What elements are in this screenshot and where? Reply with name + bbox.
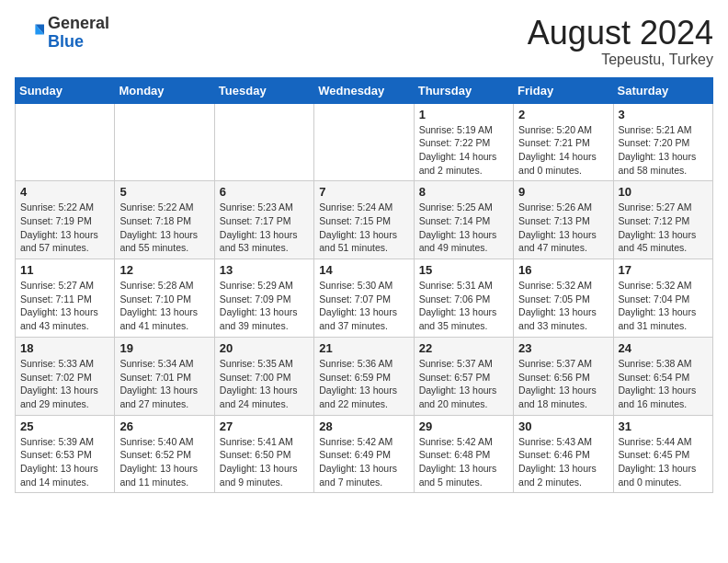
calendar-cell: 14Sunrise: 5:30 AMSunset: 7:07 PMDayligh… [314, 259, 414, 338]
calendar-cell: 3Sunrise: 5:21 AMSunset: 7:20 PMDaylight… [613, 103, 712, 181]
day-info: Sunrise: 5:35 AMSunset: 7:00 PMDaylight:… [220, 357, 309, 411]
logo: General Blue [15, 15, 109, 52]
day-info: Sunrise: 5:22 AMSunset: 7:18 PMDaylight:… [119, 201, 209, 255]
calendar-cell: 22Sunrise: 5:37 AMSunset: 6:57 PMDayligh… [414, 337, 513, 415]
calendar-week-5: 25Sunrise: 5:39 AMSunset: 6:53 PMDayligh… [16, 415, 713, 493]
day-number: 9 [518, 185, 608, 199]
day-number: 22 [419, 341, 508, 355]
day-info: Sunrise: 5:24 AMSunset: 7:15 PMDaylight:… [319, 201, 408, 255]
day-info: Sunrise: 5:27 AMSunset: 7:11 PMDaylight:… [20, 279, 109, 333]
day-info: Sunrise: 5:23 AMSunset: 7:17 PMDaylight:… [220, 201, 309, 255]
calendar-cell [214, 103, 313, 181]
location: Tepeustu, Turkey [528, 52, 713, 68]
day-number: 13 [220, 263, 309, 277]
day-info: Sunrise: 5:38 AMSunset: 6:54 PMDaylight:… [619, 357, 708, 411]
day-number: 20 [220, 341, 309, 355]
calendar-cell [314, 103, 414, 181]
page-header: General Blue August 2024 Tepeustu, Turke… [15, 15, 713, 68]
day-info: Sunrise: 5:31 AMSunset: 7:06 PMDaylight:… [419, 279, 508, 333]
page-container: General Blue August 2024 Tepeustu, Turke… [15, 15, 713, 493]
header-row: Sunday Monday Tuesday Wednesday Thursday… [16, 77, 713, 103]
day-info: Sunrise: 5:28 AMSunset: 7:10 PMDaylight:… [119, 279, 209, 333]
day-number: 14 [319, 263, 408, 277]
day-number: 12 [119, 263, 209, 277]
day-number: 4 [20, 185, 109, 199]
day-number: 30 [518, 419, 608, 433]
calendar-week-2: 4Sunrise: 5:22 AMSunset: 7:19 PMDaylight… [16, 181, 713, 259]
logo-general: General [48, 15, 109, 33]
day-info: Sunrise: 5:30 AMSunset: 7:07 PMDaylight:… [319, 279, 408, 333]
calendar-cell: 30Sunrise: 5:43 AMSunset: 6:46 PMDayligh… [514, 415, 613, 493]
calendar-cell: 16Sunrise: 5:32 AMSunset: 7:05 PMDayligh… [514, 259, 613, 338]
calendar-cell: 29Sunrise: 5:42 AMSunset: 6:48 PMDayligh… [414, 415, 513, 493]
title-block: August 2024 Tepeustu, Turkey [528, 15, 713, 68]
day-number: 16 [518, 263, 608, 277]
day-number: 2 [518, 108, 608, 121]
calendar-cell: 19Sunrise: 5:34 AMSunset: 7:01 PMDayligh… [115, 337, 214, 415]
calendar-cell: 26Sunrise: 5:40 AMSunset: 6:52 PMDayligh… [115, 415, 214, 493]
day-number: 3 [619, 108, 708, 121]
logo-icon [15, 18, 44, 48]
day-info: Sunrise: 5:21 AMSunset: 7:20 PMDaylight:… [619, 123, 708, 178]
day-number: 25 [20, 419, 109, 433]
col-saturday: Saturday [613, 77, 712, 103]
calendar-cell: 2Sunrise: 5:20 AMSunset: 7:21 PMDaylight… [514, 103, 613, 181]
day-number: 19 [119, 341, 209, 355]
day-number: 21 [319, 341, 408, 355]
calendar-cell: 20Sunrise: 5:35 AMSunset: 7:00 PMDayligh… [214, 337, 313, 415]
calendar-cell: 5Sunrise: 5:22 AMSunset: 7:18 PMDaylight… [115, 181, 214, 259]
day-number: 11 [20, 263, 109, 277]
calendar-cell: 18Sunrise: 5:33 AMSunset: 7:02 PMDayligh… [16, 337, 115, 415]
calendar-cell [16, 103, 115, 181]
day-info: Sunrise: 5:20 AMSunset: 7:21 PMDaylight:… [518, 123, 608, 178]
day-number: 1 [419, 108, 508, 121]
day-number: 15 [419, 263, 508, 277]
day-info: Sunrise: 5:27 AMSunset: 7:12 PMDaylight:… [619, 201, 708, 255]
day-number: 24 [619, 341, 708, 355]
day-number: 6 [220, 185, 309, 199]
day-info: Sunrise: 5:34 AMSunset: 7:01 PMDaylight:… [119, 357, 209, 411]
calendar-cell: 13Sunrise: 5:29 AMSunset: 7:09 PMDayligh… [214, 259, 313, 338]
calendar-week-4: 18Sunrise: 5:33 AMSunset: 7:02 PMDayligh… [16, 337, 713, 415]
calendar-cell: 7Sunrise: 5:24 AMSunset: 7:15 PMDaylight… [314, 181, 414, 259]
month-year: August 2024 [528, 15, 713, 52]
calendar-cell: 28Sunrise: 5:42 AMSunset: 6:49 PMDayligh… [314, 415, 414, 493]
calendar-cell: 12Sunrise: 5:28 AMSunset: 7:10 PMDayligh… [115, 259, 214, 338]
col-monday: Monday [115, 77, 214, 103]
day-number: 31 [619, 419, 708, 433]
calendar-week-1: 1Sunrise: 5:19 AMSunset: 7:22 PMDaylight… [16, 103, 713, 181]
day-number: 10 [619, 185, 708, 199]
calendar-cell: 23Sunrise: 5:37 AMSunset: 6:56 PMDayligh… [514, 337, 613, 415]
calendar-cell: 11Sunrise: 5:27 AMSunset: 7:11 PMDayligh… [16, 259, 115, 338]
day-info: Sunrise: 5:43 AMSunset: 6:46 PMDaylight:… [518, 435, 608, 489]
day-info: Sunrise: 5:41 AMSunset: 6:50 PMDaylight:… [220, 435, 309, 489]
day-info: Sunrise: 5:36 AMSunset: 6:59 PMDaylight:… [319, 357, 408, 411]
calendar-cell: 10Sunrise: 5:27 AMSunset: 7:12 PMDayligh… [613, 181, 712, 259]
day-info: Sunrise: 5:26 AMSunset: 7:13 PMDaylight:… [518, 201, 608, 255]
day-number: 28 [319, 419, 408, 433]
day-number: 27 [220, 419, 309, 433]
day-info: Sunrise: 5:29 AMSunset: 7:09 PMDaylight:… [220, 279, 309, 333]
logo-blue: Blue [48, 33, 109, 52]
day-info: Sunrise: 5:37 AMSunset: 6:57 PMDaylight:… [419, 357, 508, 411]
day-info: Sunrise: 5:19 AMSunset: 7:22 PMDaylight:… [419, 123, 508, 178]
col-friday: Friday [514, 77, 613, 103]
day-info: Sunrise: 5:32 AMSunset: 7:04 PMDaylight:… [619, 279, 708, 333]
day-info: Sunrise: 5:42 AMSunset: 6:49 PMDaylight:… [319, 435, 408, 489]
calendar-cell: 17Sunrise: 5:32 AMSunset: 7:04 PMDayligh… [613, 259, 712, 338]
day-number: 5 [119, 185, 209, 199]
day-number: 17 [619, 263, 708, 277]
calendar-cell: 27Sunrise: 5:41 AMSunset: 6:50 PMDayligh… [214, 415, 313, 493]
calendar-week-3: 11Sunrise: 5:27 AMSunset: 7:11 PMDayligh… [16, 259, 713, 338]
col-wednesday: Wednesday [314, 77, 414, 103]
calendar-cell: 9Sunrise: 5:26 AMSunset: 7:13 PMDaylight… [514, 181, 613, 259]
day-info: Sunrise: 5:22 AMSunset: 7:19 PMDaylight:… [20, 201, 109, 255]
day-info: Sunrise: 5:39 AMSunset: 6:53 PMDaylight:… [20, 435, 109, 489]
calendar-cell: 24Sunrise: 5:38 AMSunset: 6:54 PMDayligh… [613, 337, 712, 415]
day-info: Sunrise: 5:40 AMSunset: 6:52 PMDaylight:… [119, 435, 209, 489]
day-info: Sunrise: 5:32 AMSunset: 7:05 PMDaylight:… [518, 279, 608, 333]
calendar-cell [115, 103, 214, 181]
day-info: Sunrise: 5:42 AMSunset: 6:48 PMDaylight:… [419, 435, 508, 489]
calendar-cell: 4Sunrise: 5:22 AMSunset: 7:19 PMDaylight… [16, 181, 115, 259]
calendar-body: 1Sunrise: 5:19 AMSunset: 7:22 PMDaylight… [16, 103, 713, 493]
